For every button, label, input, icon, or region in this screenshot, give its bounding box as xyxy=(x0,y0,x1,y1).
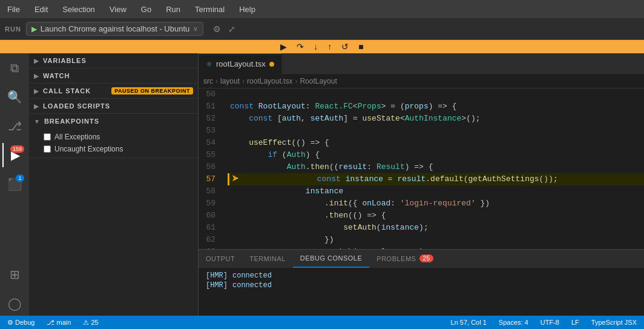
ln-59: 59 xyxy=(199,198,220,210)
chevron-right-icon: ▶ xyxy=(34,103,39,110)
debug-step-over-button[interactable]: ↷ xyxy=(294,41,306,53)
panel-content: [HMR] connected [HMR] connected xyxy=(199,268,644,316)
all-exceptions-checkbox[interactable] xyxy=(44,133,51,141)
tab-debug-console[interactable]: DEBUG CONSOLE xyxy=(293,250,369,268)
breadcrumb-sep2: › xyxy=(242,77,245,85)
menu-selection[interactable]: Selection xyxy=(60,4,97,15)
breadcrumb-file[interactable]: rootLayout.tsx xyxy=(247,77,292,85)
watch-label: WATCH xyxy=(43,72,70,79)
uncaught-exceptions-row: Uncaught Exceptions xyxy=(29,143,198,155)
line-numbers: 50 51 52 53 54 55 56 57 58 59 60 61 62 6… xyxy=(199,88,228,249)
accounts-icon[interactable]: ◯ xyxy=(2,291,27,316)
source-control-icon[interactable]: ⎇ xyxy=(2,114,27,138)
ln-51: 51 xyxy=(199,101,220,113)
unsaved-dot xyxy=(269,62,274,67)
breadcrumb-symbol[interactable]: RootLayout xyxy=(300,77,337,85)
bottom-panel: OUTPUT TERMINAL DEBUG CONSOLE PROBLEMS 2… xyxy=(199,249,644,316)
debug-restart-button[interactable]: ↺ xyxy=(339,41,351,53)
search-icon[interactable]: 🔍 xyxy=(2,85,27,109)
status-left: ⚙ Debug ⎇ main ⚠ 25 xyxy=(5,319,101,327)
debug-stop-bar: ▶ ↷ ↓ ↑ ↺ ■ xyxy=(0,40,644,53)
breakpoints-section: ▼ BREAKPOINTS All Exceptions Uncaught Ex… xyxy=(29,114,198,158)
menu-file[interactable]: File xyxy=(5,4,22,15)
status-spaces[interactable]: Spaces: 4 xyxy=(496,319,531,326)
all-exceptions-label[interactable]: All Exceptions xyxy=(54,133,100,141)
run-label: RUN xyxy=(5,25,21,33)
hmr-tag-1: [HMR] xyxy=(206,271,228,280)
status-encoding[interactable]: UTF-8 xyxy=(538,319,562,326)
debug-step-out-button[interactable]: ↑ xyxy=(325,41,334,53)
breakpoints-header[interactable]: ▼ BREAKPOINTS xyxy=(29,114,198,128)
breadcrumb: src › layout › rootLayout.tsx › RootLayo… xyxy=(199,75,644,88)
breakpoints-content: All Exceptions Uncaught Exceptions xyxy=(29,128,198,158)
menu-edit[interactable]: Edit xyxy=(32,4,50,15)
debug-stop-button[interactable]: ■ xyxy=(356,41,366,53)
tab-terminal[interactable]: TERMINAL xyxy=(242,250,293,268)
code-line-57: ⮞ const instance = result.default(getAut… xyxy=(228,173,644,185)
debug-continue-button[interactable]: ▶ xyxy=(278,41,289,53)
panel-tabs: OUTPUT TERMINAL DEBUG CONSOLE PROBLEMS 2… xyxy=(199,250,644,268)
watch-header[interactable]: ▶ WATCH xyxy=(29,68,198,83)
sidebar: ▶ VARIABLES ▶ WATCH ▶ CALL STACK PAUSED … xyxy=(29,53,199,316)
menu-terminal[interactable]: Terminal xyxy=(192,4,227,15)
paused-badge: PAUSED ON BREAKPOINT xyxy=(111,87,193,95)
files-icon[interactable]: ⧉ xyxy=(2,56,27,80)
callstack-label: CALL STACK xyxy=(43,87,91,95)
debug-step-into-button[interactable]: ↓ xyxy=(311,41,320,53)
status-branch[interactable]: ⎇ main xyxy=(44,319,73,327)
menu-bar: File Edit Selection View Go Run Terminal… xyxy=(0,0,644,18)
extensions-icon[interactable]: ⬛ 1 xyxy=(2,172,27,196)
tab-rootlayout[interactable]: ⚛ rootLayout.tsx xyxy=(199,53,282,75)
status-eol[interactable]: LF xyxy=(569,319,582,326)
status-debug[interactable]: ⚙ Debug xyxy=(5,319,37,327)
chevron-right-icon: ▶ xyxy=(34,88,39,95)
ln-54: 54 xyxy=(199,137,220,149)
tab-output[interactable]: OUTPUT xyxy=(199,250,242,268)
variables-header[interactable]: ▶ VARIABLES xyxy=(29,53,198,68)
ln-57: 57 xyxy=(199,173,220,185)
breadcrumb-layout[interactable]: layout xyxy=(220,77,240,85)
code-line-54: useEffect(() => { xyxy=(228,137,644,149)
code-lines: const RootLayout: React.FC<Props> = (pro… xyxy=(228,88,644,249)
breadcrumb-src[interactable]: src xyxy=(203,77,213,85)
gear-icon[interactable]: ⚙ xyxy=(211,23,223,35)
menu-run[interactable]: Run xyxy=(163,4,183,15)
debug-icon[interactable]: ▶ 159 xyxy=(2,143,27,167)
callstack-header[interactable]: ▶ CALL STACK PAUSED ON BREAKPOINT xyxy=(29,84,198,98)
status-language[interactable]: TypeScript JSX xyxy=(589,319,639,326)
chevron-right-icon: ▶ xyxy=(34,73,39,79)
tab-problems[interactable]: PROBLEMS 25 xyxy=(369,250,440,268)
uncaught-exceptions-checkbox[interactable] xyxy=(44,145,51,153)
code-line-53 xyxy=(228,125,644,137)
ln-52: 52 xyxy=(199,113,220,125)
code-line-61: setAuth(instance); xyxy=(228,222,644,234)
hmr-tag-2: [HMR] xyxy=(206,281,228,290)
hmr-line-2: [HMR] connected xyxy=(206,281,637,290)
status-ln-col[interactable]: Ln 57, Col 1 xyxy=(448,319,489,326)
run-bar: RUN ▶ Launch Chrome against localhost - … xyxy=(0,18,644,40)
split-icon[interactable]: ⤢ xyxy=(226,23,238,35)
run-config-dropdown[interactable]: ▶ Launch Chrome against localhost - Ubun… xyxy=(26,22,203,36)
code-line-62: }) xyxy=(228,234,644,246)
chevron-down-icon: ∨ xyxy=(193,25,198,33)
code-line-51: const RootLayout: React.FC<Props> = (pro… xyxy=(228,101,644,113)
status-errors[interactable]: ⚠ 25 xyxy=(80,319,100,327)
hmr-line-1: [HMR] connected xyxy=(206,271,637,280)
remote-icon[interactable]: ⊞ xyxy=(2,262,27,287)
menu-help[interactable]: Help xyxy=(237,4,258,15)
ln-50: 50 xyxy=(199,88,220,101)
chevron-right-icon: ▶ xyxy=(34,58,39,64)
code-editor[interactable]: 50 51 52 53 54 55 56 57 58 59 60 61 62 6… xyxy=(199,88,644,249)
code-line-56: Auth.then((result: Result) => { xyxy=(228,161,644,173)
menu-view[interactable]: View xyxy=(107,4,129,15)
loaded-scripts-header[interactable]: ▶ LOADED SCRIPTS xyxy=(29,99,198,113)
code-line-52: const [auth, setAuth] = useState<AuthIns… xyxy=(228,113,644,125)
uncaught-exceptions-label[interactable]: Uncaught Exceptions xyxy=(54,145,123,153)
tsx-file-icon: ⚛ xyxy=(206,60,212,68)
callstack-section: ▶ CALL STACK PAUSED ON BREAKPOINT xyxy=(29,84,198,99)
ln-60: 60 xyxy=(199,210,220,222)
ln-53: 53 xyxy=(199,125,220,137)
ln-55: 55 xyxy=(199,149,220,161)
run-bar-icons: ⚙ ⤢ xyxy=(211,23,238,35)
menu-go[interactable]: Go xyxy=(139,4,154,15)
